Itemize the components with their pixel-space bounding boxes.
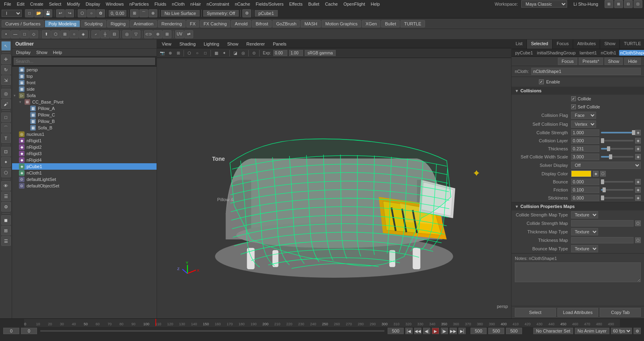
display-color-extra-btn[interactable]: ⬡ — [600, 171, 606, 177]
show-button[interactable]: Show — [605, 58, 623, 65]
outliner-tab-show[interactable]: Show — [34, 50, 50, 55]
tool-settings-btn[interactable]: ⊞ — [1, 226, 11, 235]
anim-end2-input[interactable] — [506, 328, 522, 334]
bounce-input[interactable] — [571, 179, 599, 185]
tree-item-nRigid3[interactable]: ◆nRigid3 — [12, 150, 157, 157]
thickness-map-type-dropdown[interactable]: Texture None — [571, 228, 598, 235]
tree-item-nRigid4[interactable]: ◆nRigid4 — [12, 157, 157, 163]
anim-start-input[interactable] — [471, 328, 487, 334]
tab-fx-caching[interactable]: FX Caching — [200, 20, 230, 27]
light-tool-btn[interactable]: ✦ — [1, 157, 11, 167]
collide-strength-input[interactable] — [571, 129, 599, 136]
split-polygon-btn[interactable]: ⌿ — [91, 30, 100, 38]
friction-extra-btn[interactable]: ◈ — [635, 187, 641, 193]
presets-button[interactable]: Presets* — [579, 58, 603, 65]
select-edge-btn[interactable]: — — [11, 30, 20, 38]
merge-btn[interactable]: ◈ — [79, 30, 88, 38]
layout-btn-3[interactable]: ⊟ — [624, 0, 633, 8]
hide-button[interactable]: Hide — [624, 58, 641, 65]
enable-checkbox[interactable]: ✓ — [539, 79, 544, 84]
tree-item-side[interactable]: ▦side — [12, 86, 157, 92]
collide-strength-extra-btn[interactable]: ◈ — [635, 130, 641, 135]
tab-motion-graphics[interactable]: Motion Graphics — [322, 20, 361, 27]
tab-mash[interactable]: MASH — [301, 20, 321, 27]
render-settings-btn[interactable]: ⚙ — [242, 9, 251, 17]
uv-editor-btn[interactable]: UV — [175, 30, 184, 38]
tree-item-front[interactable]: ▦front — [12, 79, 157, 86]
show-hide-btn[interactable]: 👁 — [1, 181, 11, 191]
thickness-map-input[interactable] — [571, 237, 634, 243]
ae-tab-list[interactable]: List — [512, 40, 527, 49]
gamma-mode[interactable]: sRGB gamma — [305, 50, 336, 56]
vp-camera-btn[interactable]: 📷 — [159, 50, 166, 57]
ae-tab-selected[interactable]: Selected — [527, 40, 553, 49]
snap-point-btn[interactable]: ⊕ — [149, 9, 157, 17]
stickiness-slider[interactable] — [601, 197, 634, 199]
fps-dropdown[interactable]: 60 fps 30 fps 24 fps — [611, 328, 632, 334]
select-vertex-btn[interactable]: • — [2, 30, 10, 38]
anim-end-input[interactable] — [488, 328, 504, 334]
select-face-btn[interactable]: □ — [20, 30, 29, 38]
select-uv-btn[interactable]: ◇ — [29, 30, 38, 38]
ae-tab-show[interactable]: Show — [600, 40, 620, 49]
tab-rigging[interactable]: Rigging — [107, 20, 129, 27]
soft-select-btn[interactable]: ◎ — [1, 89, 11, 98]
tab-turtle[interactable]: TURTLE — [400, 20, 425, 27]
boolean-btn[interactable]: ⊕ — [153, 30, 162, 38]
collide-strength-map-type-dropdown[interactable]: Texture None — [571, 211, 598, 218]
bc-lambert1[interactable]: lambert1 — [578, 50, 598, 56]
menu-fieldssolvers[interactable]: Fields/Solvers — [253, 1, 286, 7]
tab-gozbrush[interactable]: GoZBrush — [272, 20, 300, 27]
menu-windows[interactable]: Windows — [103, 1, 126, 7]
tab-bifrost[interactable]: Bifrost — [252, 20, 272, 27]
tab-fx[interactable]: FX — [186, 20, 199, 27]
menu-nparticles[interactable]: nParticles — [127, 1, 151, 7]
tree-item-Sofa_B[interactable]: ▦Sofa_B — [12, 125, 157, 131]
open-file-btn[interactable]: 📂 — [34, 9, 43, 17]
ncloth-name-input[interactable] — [531, 68, 641, 75]
collide-checkbox[interactable]: ✓ — [571, 96, 576, 101]
insert-edge-btn[interactable]: ┼ — [101, 30, 109, 38]
self-collide-width-input[interactable] — [571, 154, 599, 160]
bounce-slider[interactable] — [601, 181, 634, 183]
notes-textarea[interactable] — [515, 262, 641, 282]
workspace-dropdown[interactable]: Maya Classic — [521, 0, 567, 8]
menu-nconstraint[interactable]: nConstraint — [204, 1, 231, 7]
vp-menu-lighting[interactable]: Lighting — [202, 41, 221, 47]
tree-item-Pillow_A[interactable]: ▦Pillow_A — [12, 105, 157, 112]
tl-settings-btn[interactable]: ⚙ — [634, 328, 641, 334]
select-tool-btn[interactable]: ↖ — [1, 41, 11, 51]
self-collide-width-slider[interactable] — [601, 156, 634, 158]
menu-ncache[interactable]: nCache — [232, 1, 252, 7]
ae-tab-attributes[interactable]: Attributes — [573, 40, 600, 49]
tab-sculpting[interactable]: Sculpting — [81, 20, 106, 27]
vp-menu-shading[interactable]: Shading — [178, 41, 197, 47]
vp-ao-btn[interactable]: ◎ — [239, 50, 247, 57]
tree-item-Pillow_B[interactable]: ▦Pillow_B — [12, 118, 157, 125]
layout-btn-1[interactable]: ⊞ — [605, 0, 613, 8]
display-color-swatch[interactable] — [571, 170, 591, 177]
menu-fluids[interactable]: Fluids — [152, 1, 169, 7]
collide-strength-map-browse-btn[interactable]: ⬡ — [635, 220, 641, 226]
new-file-btn[interactable]: □ — [25, 9, 34, 17]
vp-menu-view[interactable]: View — [160, 41, 173, 47]
tree-item-nCloth1[interactable]: ◈nCloth1 — [12, 170, 157, 176]
outliner-tab-help[interactable]: Help — [51, 50, 65, 55]
tab-animation[interactable]: Animation — [130, 20, 157, 27]
menu-nhair[interactable]: nHair — [188, 1, 203, 7]
friction-slider[interactable] — [601, 189, 634, 191]
copy-tab-btn[interactable]: Copy Tab — [600, 308, 641, 317]
vp-menu-panels[interactable]: Panels — [271, 41, 288, 47]
collision-layer-input[interactable] — [571, 137, 599, 144]
ae-tab-turtle[interactable]: TURTLE — [620, 40, 644, 49]
stickiness-extra-btn[interactable]: ◈ — [635, 195, 641, 201]
transfer-attr-btn[interactable]: ⇄ — [184, 30, 193, 38]
tree-item-defaultLightSet[interactable]: ⊙defaultLightSet — [12, 176, 157, 183]
next-frame-btn[interactable]: |▶ — [441, 328, 448, 334]
extrude-btn[interactable]: ⬆ — [42, 30, 51, 38]
undo-btn[interactable]: ↩ — [56, 9, 65, 17]
menu-modify[interactable]: Modify — [64, 1, 82, 7]
menu-cache[interactable]: Cache — [322, 1, 340, 7]
bc-initial-shading[interactable]: initialShadingGroup — [536, 50, 577, 56]
tree-item-defaultObjectSet[interactable]: ⊙defaultObjectSet — [12, 183, 157, 189]
